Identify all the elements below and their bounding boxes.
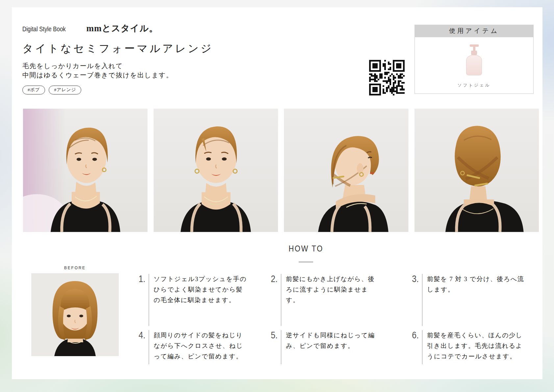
style-photo-back [415, 109, 539, 232]
step-number: 1. [129, 274, 149, 326]
qr-code [369, 60, 405, 95]
how-to-rule [299, 262, 313, 262]
how-to-step-3: 3. 前髪を 7 対 3 で分け、後ろへ流します。 [398, 274, 526, 326]
page-title: タイトなセミフォーマルアレンジ [22, 41, 214, 56]
step-number: 4. [129, 330, 149, 364]
step-number: 5. [261, 330, 281, 364]
series-title: mmとスタイル。 [87, 22, 158, 34]
model-back-illustration [415, 109, 539, 232]
how-to-step-2: 2. 前髪にもかき上げながら、後ろに流すように馴染ませます。 [257, 274, 381, 326]
tag-arrange[interactable]: #アレンジ [49, 86, 81, 94]
step-text: 前髪を産毛くらい、ほんの少し引き出します。毛先は流れるようにコテでカールさせます… [422, 330, 526, 364]
step-number: 2. [261, 274, 281, 326]
before-label: BEFORE [35, 265, 115, 270]
step-number: 6. [402, 330, 422, 364]
description-line-1: 毛先をしっかりカールを入れて [22, 61, 173, 70]
how-to-step-4: 4. 顔周りのサイドの髪をねじりながら下へクロスさせ、ねじって編み、ピンで留めま… [125, 330, 248, 364]
style-description: 毛先をしっかりカールを入れて 中間はゆるくウェーブ巻きで抜けを出します。 [22, 61, 173, 80]
used-items-heading: 使用アイテム [415, 25, 534, 37]
how-to-step-5: 5. 逆サイドも同様にねじって編み、ピンで留めます。 [257, 330, 381, 364]
style-book-page: Digital Style Book mmとスタイル。 タイトなセミフォーマルア… [0, 0, 554, 392]
step-number: 3. [402, 274, 422, 326]
tag-list: #ボブ #アレンジ [22, 86, 81, 94]
style-photo-front-angle [23, 109, 148, 232]
model-front-angle-illustration [23, 109, 148, 232]
header: Digital Style Book mmとスタイル。 [22, 22, 158, 34]
model-front-illustration [154, 109, 278, 232]
bottle-pump-icon [470, 44, 479, 47]
how-to-step-1: 1. ソフトジェル3プッシュを手のひらでよく馴染ませてから髪の毛全体に馴染ませま… [125, 274, 248, 326]
used-items-panel: 使用アイテム ソフトジェル [415, 25, 534, 94]
step-text: 顔周りのサイドの髪をねじりながら下へクロスさせ、ねじって編み、ピンで留めます。 [149, 330, 248, 364]
product-label: ソフトジェル [415, 83, 533, 88]
how-to-step-6: 6. 前髪を産毛くらい、ほんの少し引き出します。毛先は流れるようにコテでカールさ… [398, 330, 526, 364]
step-text: 逆サイドも同様にねじって編み、ピンで留めます。 [281, 330, 381, 364]
style-photo-row [23, 109, 539, 232]
style-photo-front [154, 109, 278, 232]
model-before-illustration [31, 273, 119, 356]
step-text: ソフトジェル3プッシュを手のひらでよく馴染ませてから髪の毛全体に馴染ませます。 [149, 274, 248, 326]
style-photo-side [284, 109, 409, 232]
how-to-heading: HOW TO [222, 244, 390, 254]
brand-text: Digital Style Book [22, 25, 66, 33]
before-photo [31, 273, 119, 356]
step-text: 前髪を 7 対 3 で分け、後ろへ流します。 [422, 274, 526, 326]
description-line-2: 中間はゆるくウェーブ巻きで抜けを出します。 [22, 70, 173, 80]
product-bottle-image [464, 44, 484, 75]
used-items-body: ソフトジェル [415, 37, 534, 94]
qr-code-image [369, 60, 405, 95]
step-text: 前髪にもかき上げながら、後ろに流すように馴染ませます。 [281, 274, 381, 326]
model-side-illustration [284, 109, 409, 232]
tag-bob[interactable]: #ボブ [22, 86, 45, 94]
